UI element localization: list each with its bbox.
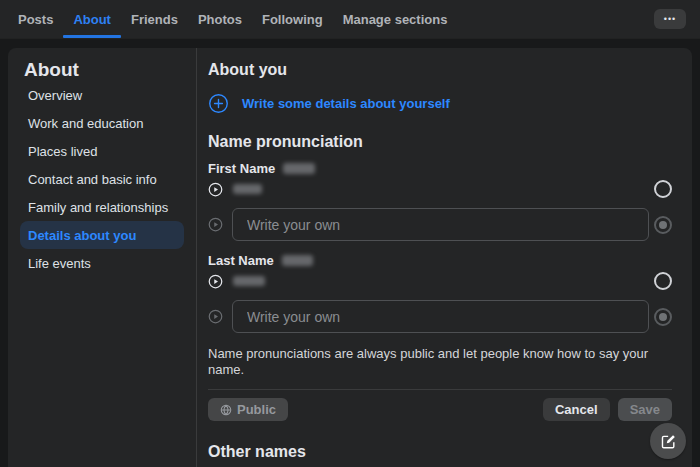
- add-details-link[interactable]: Write some details about yourself: [208, 93, 672, 114]
- last-name-label: Last Name: [208, 253, 274, 268]
- sidebar-title: About: [24, 58, 184, 81]
- tab-following[interactable]: Following: [252, 0, 333, 38]
- first-name-custom-input[interactable]: [232, 208, 649, 241]
- first-name-custom-row: [208, 208, 672, 241]
- about-you-title: About you: [208, 60, 672, 79]
- add-details-label: Write some details about yourself: [242, 96, 450, 111]
- sidebar-item-life-events[interactable]: Life events: [20, 249, 184, 277]
- first-name-suggested-radio[interactable]: [654, 180, 672, 198]
- redacted-first-name-value: [283, 163, 315, 174]
- tab-about[interactable]: About: [63, 0, 121, 38]
- privacy-button-label: Public: [237, 402, 276, 417]
- compose-edit-icon: [660, 433, 677, 450]
- other-names-title: Other names: [208, 442, 672, 461]
- privacy-public-button[interactable]: Public: [208, 398, 288, 421]
- pronunciation-disclaimer: Name pronunciations are always public an…: [208, 346, 672, 378]
- tab-photos[interactable]: Photos: [188, 0, 252, 38]
- sidebar-item-places-lived[interactable]: Places lived: [20, 137, 184, 165]
- first-name-row: First Name: [208, 161, 672, 176]
- more-options-button[interactable]: •••: [654, 9, 686, 29]
- sidebar-item-overview[interactable]: Overview: [20, 81, 184, 109]
- last-name-custom-input[interactable]: [232, 300, 649, 333]
- first-name-label: First Name: [208, 161, 275, 176]
- redacted-last-name-value: [282, 255, 313, 266]
- edit-fab-button[interactable]: [650, 423, 686, 459]
- last-name-row: Last Name: [208, 253, 672, 268]
- pronunciation-footer: Public Cancel Save: [208, 398, 672, 421]
- sidebar-item-family-relationships[interactable]: Family and relationships: [20, 193, 184, 221]
- about-sidebar: About Overview Work and education Places…: [8, 48, 196, 467]
- last-name-suggested-radio[interactable]: [654, 272, 672, 290]
- first-name-suggested-pronunciation-row: [208, 180, 672, 198]
- redacted-last-name-pronunciation: [233, 276, 265, 286]
- cancel-button[interactable]: Cancel: [543, 398, 610, 421]
- play-pronunciation-button[interactable]: [208, 274, 223, 289]
- tab-manage-sections[interactable]: Manage sections: [333, 0, 458, 38]
- name-pronunciation-title: Name pronunciation: [208, 132, 672, 151]
- last-name-suggested-pronunciation-row: [208, 272, 672, 290]
- tab-friends[interactable]: Friends: [121, 0, 188, 38]
- plus-circle-icon: [208, 93, 229, 114]
- ellipsis-icon: •••: [664, 14, 676, 24]
- play-pronunciation-button[interactable]: [208, 182, 223, 197]
- first-name-custom-radio[interactable]: [654, 216, 672, 234]
- last-name-custom-row: [208, 300, 672, 333]
- save-button[interactable]: Save: [618, 398, 672, 421]
- about-card: About Overview Work and education Places…: [8, 48, 692, 467]
- globe-icon: [220, 404, 232, 416]
- play-custom-pronunciation-button[interactable]: [208, 309, 223, 324]
- details-about-you-panel: About you Write some details about yours…: [196, 48, 692, 467]
- last-name-custom-radio[interactable]: [654, 308, 672, 326]
- tab-posts[interactable]: Posts: [8, 0, 63, 38]
- redacted-first-name-pronunciation: [233, 184, 262, 194]
- sidebar-item-work-education[interactable]: Work and education: [20, 109, 184, 137]
- profile-about-page: Posts About Friends Photos Following Man…: [0, 0, 700, 467]
- sidebar-item-details-about-you[interactable]: Details about you: [20, 221, 184, 249]
- sidebar-item-contact-basic-info[interactable]: Contact and basic info: [20, 165, 184, 193]
- profile-nav: Posts About Friends Photos Following Man…: [0, 0, 700, 38]
- footer-divider: [208, 389, 672, 390]
- sidebar-list: Overview Work and education Places lived…: [20, 81, 184, 277]
- play-custom-pronunciation-button[interactable]: [208, 217, 223, 232]
